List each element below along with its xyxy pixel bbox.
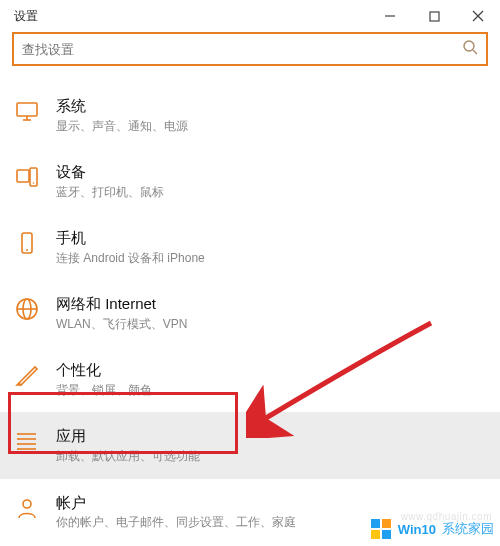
svg-point-21 [17,433,19,435]
apps-icon [14,428,40,454]
watermark-url: www.qdhuajin.com [401,511,492,522]
item-apps[interactable]: 应用 卸载、默认应用、可选功能 [0,412,500,478]
svg-rect-1 [430,12,439,21]
item-title: 帐户 [56,493,484,513]
item-title: 网络和 Internet [56,294,484,314]
search-input[interactable] [22,42,462,57]
close-button[interactable] [456,0,500,32]
paintbrush-icon [14,362,40,388]
phone-icon [14,230,40,256]
item-subtitle: 连接 Android 设备和 iPhone [56,251,484,267]
svg-point-24 [17,448,19,450]
svg-point-13 [26,249,28,251]
svg-point-23 [17,443,19,445]
search-container [0,32,500,72]
minimize-button[interactable] [368,0,412,32]
item-subtitle: 卸载、默认应用、可选功能 [56,449,484,465]
maximize-button[interactable] [412,0,456,32]
person-icon [14,495,40,521]
window-controls [368,0,500,32]
search-icon [462,39,478,59]
item-title: 手机 [56,228,484,248]
devices-icon [14,164,40,190]
svg-line-5 [473,50,477,54]
window-title: 设置 [14,8,368,25]
settings-list: 系统 显示、声音、通知、电源 设备 蓝牙、打印机、鼠标 手机 连接 Androi… [0,72,500,545]
item-devices[interactable]: 设备 蓝牙、打印机、鼠标 [0,148,500,214]
display-icon [14,98,40,124]
item-system[interactable]: 系统 显示、声音、通知、电源 [0,82,500,148]
item-network[interactable]: 网络和 Internet WLAN、飞行模式、VPN [0,280,500,346]
item-phone[interactable]: 手机 连接 Android 设备和 iPhone [0,214,500,280]
item-subtitle: 蓝牙、打印机、鼠标 [56,185,484,201]
item-personalization[interactable]: 个性化 背景、锁屏、颜色 [0,346,500,412]
item-title: 个性化 [56,360,484,380]
item-subtitle: 背景、锁屏、颜色 [56,383,484,399]
item-subtitle: WLAN、飞行模式、VPN [56,317,484,333]
item-title: 系统 [56,96,484,116]
svg-point-25 [23,500,31,508]
svg-rect-6 [17,103,37,116]
svg-rect-9 [17,170,29,182]
globe-icon [14,296,40,322]
svg-point-22 [17,438,19,440]
search-box[interactable] [12,32,488,66]
svg-point-11 [33,182,35,184]
titlebar: 设置 [0,0,500,32]
svg-point-4 [464,41,474,51]
item-subtitle: 显示、声音、通知、电源 [56,119,484,135]
item-title: 应用 [56,426,484,446]
item-title: 设备 [56,162,484,182]
